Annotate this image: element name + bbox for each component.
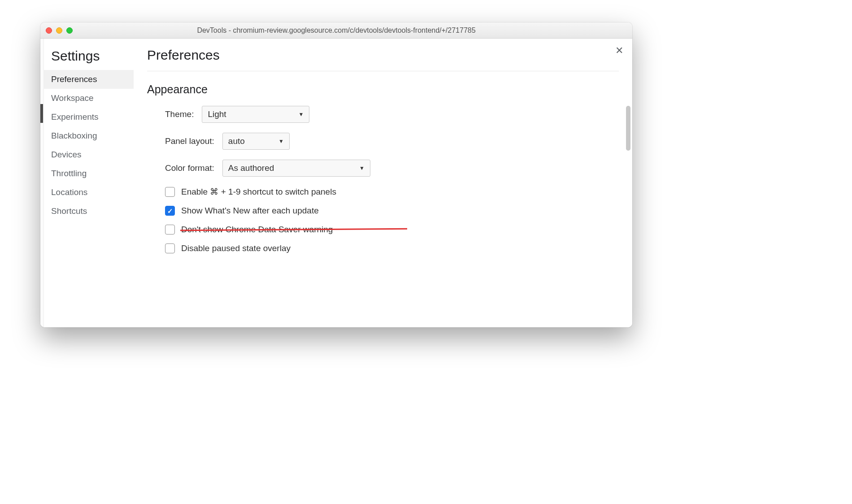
sidebar-item-devices[interactable]: Devices: [44, 145, 134, 164]
scrollbar-thumb[interactable]: [626, 106, 630, 151]
panel-layout-label: Panel layout:: [165, 136, 214, 146]
checkbox-row: Don't show Chrome Data Saver warning: [165, 225, 398, 235]
color-format-row: Color format: As authored ▼: [165, 160, 619, 177]
section-appearance-title: Appearance: [147, 83, 619, 96]
checkbox-label: Disable paused state overlay: [181, 243, 291, 253]
window-minimize-icon[interactable]: [56, 27, 62, 34]
sidebar-item-locations[interactable]: Locations: [44, 183, 134, 202]
window-titlebar: DevTools - chromium-review.googlesource.…: [40, 22, 632, 39]
settings-panel: Settings PreferencesWorkspaceExperiments…: [40, 39, 632, 327]
left-gutter: [40, 39, 44, 327]
window-title: DevTools - chromium-review.googlesource.…: [40, 26, 632, 35]
checkbox-row: Disable paused state overlay: [165, 243, 619, 253]
chevron-down-icon: ▼: [359, 165, 365, 171]
chevron-down-icon: ▼: [299, 111, 304, 117]
sidebar-item-blackboxing[interactable]: Blackboxing: [44, 126, 134, 145]
theme-value: Light: [208, 109, 226, 119]
panel-layout-row: Panel layout: auto ▼: [165, 133, 619, 150]
checkbox[interactable]: [165, 243, 175, 253]
checkbox-label: Show What's New after each update: [181, 206, 319, 216]
window-close-icon[interactable]: [46, 27, 52, 34]
page-title: Preferences: [147, 48, 619, 71]
theme-label: Theme:: [165, 109, 194, 119]
panel-layout-value: auto: [228, 136, 245, 146]
sidebar-item-experiments[interactable]: Experiments: [44, 108, 134, 126]
checkbox[interactable]: [165, 206, 175, 216]
close-button[interactable]: ✕: [615, 45, 623, 56]
theme-row: Theme: Light ▼: [165, 106, 619, 123]
window-zoom-icon[interactable]: [66, 27, 73, 34]
traffic-lights: [46, 27, 73, 34]
gutter-marker: [40, 104, 43, 123]
checkbox[interactable]: [165, 225, 175, 235]
sidebar-item-throttling[interactable]: Throttling: [44, 164, 134, 183]
devtools-window: DevTools - chromium-review.googlesource.…: [40, 22, 632, 327]
settings-sidebar: Settings PreferencesWorkspaceExperiments…: [44, 39, 134, 327]
checkbox-label: Enable ⌘ + 1-9 shortcut to switch panels: [181, 187, 336, 197]
sidebar-item-workspace[interactable]: Workspace: [44, 89, 134, 108]
checkbox-row: Show What's New after each update: [165, 206, 619, 216]
sidebar-item-shortcuts[interactable]: Shortcuts: [44, 202, 134, 221]
color-format-value: As authored: [228, 163, 274, 173]
panel-layout-select[interactable]: auto ▼: [222, 133, 290, 150]
theme-select[interactable]: Light ▼: [202, 106, 309, 123]
sidebar-item-preferences[interactable]: Preferences: [44, 70, 134, 89]
color-format-select[interactable]: As authored ▼: [222, 160, 370, 177]
chevron-down-icon: ▼: [278, 138, 284, 144]
color-format-label: Color format:: [165, 163, 214, 173]
settings-main: ✕ Preferences Appearance Theme: Light ▼ …: [134, 39, 632, 327]
checkbox[interactable]: [165, 187, 175, 197]
sidebar-title: Settings: [44, 47, 134, 70]
checkbox-row: Enable ⌘ + 1-9 shortcut to switch panels: [165, 187, 619, 197]
